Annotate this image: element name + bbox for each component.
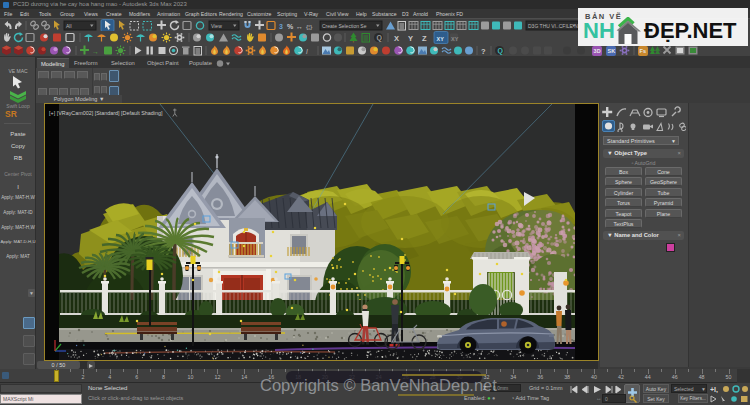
svg-text:→: → [92, 48, 99, 55]
svg-text:?: ? [481, 47, 486, 56]
svg-text:View: View [211, 23, 222, 29]
svg-text:%: % [287, 23, 294, 30]
svg-text:Fs: Fs [640, 48, 646, 54]
svg-text:↔: ↔ [296, 23, 303, 30]
svg-text:/: / [306, 48, 308, 55]
svg-text:[+] [VRayCam002] [Standard] [D: [+] [VRayCam002] [Standard] [Default Sha… [49, 110, 163, 116]
svg-text:SK: SK [608, 48, 616, 54]
svg-text:D3G THU VI..CFILE N: D3G THU VI..CFILE N [528, 23, 578, 29]
svg-text:{¦}: {¦} [306, 24, 313, 30]
svg-text:Y: Y [408, 34, 413, 43]
svg-text:3: 3 [279, 23, 283, 30]
svg-text:Q: Q [498, 47, 504, 55]
svg-text:XY: XY [451, 36, 459, 42]
svg-text:Create Selection Se: Create Selection Se [322, 23, 367, 29]
svg-text:All: All [66, 23, 72, 29]
svg-text:Z: Z [422, 34, 427, 43]
svg-text:X: X [394, 34, 399, 43]
svg-text:XY: XY [437, 36, 445, 42]
svg-text:3D: 3D [594, 48, 601, 54]
svg-text:Q: Q [377, 34, 383, 42]
svg-text:+I,: +I, [710, 386, 718, 393]
